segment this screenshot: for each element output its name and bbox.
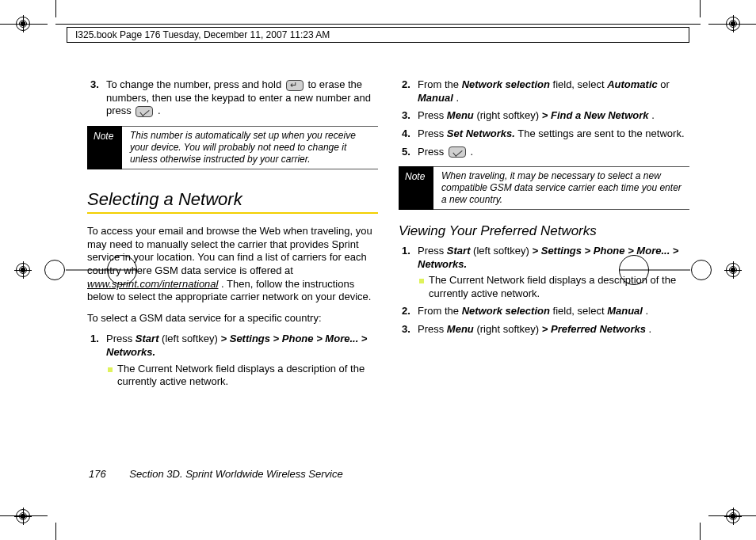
list-item: 3. To change the number, press and hold … <box>87 78 378 118</box>
text-run: (left softkey) <box>473 245 532 257</box>
header-text: I325.book Page 176 Tuesday, December 11,… <box>75 29 330 40</box>
subsection-heading: Viewing Your Preferred Networks <box>399 222 689 240</box>
step-number: 1. <box>90 333 99 346</box>
step-number: 3. <box>402 109 410 123</box>
note-callout: Note This number is automatically set up… <box>87 126 378 169</box>
text-run: . <box>646 305 649 317</box>
text-run: Press <box>106 333 136 344</box>
step-number: 3. <box>402 323 410 337</box>
sub-bullet: The Current Network field displays a des… <box>108 363 378 389</box>
ui-term: Network selection <box>462 78 550 90</box>
crop-line <box>55 523 56 540</box>
text-run: (right softkey) <box>476 109 541 121</box>
text-run: field, select <box>553 78 608 90</box>
ui-path: > Preferred Networks <box>542 323 646 335</box>
text-run: Press <box>418 323 447 335</box>
note-label: Note <box>399 166 433 210</box>
punch-hole-icon <box>44 260 65 280</box>
step-number: 3. <box>90 78 99 92</box>
text-run: To access your email and browse the Web … <box>87 225 372 276</box>
ui-term: Automatic <box>607 78 658 90</box>
registration-mark-icon <box>724 261 742 279</box>
punch-hole-icon <box>691 260 712 280</box>
text-run: From the <box>418 78 462 90</box>
ui-term: Menu <box>447 323 474 335</box>
ui-term: Menu <box>447 109 474 121</box>
sub-bullet: The Current Network field displays a des… <box>419 274 689 300</box>
registration-mark-icon <box>14 261 32 279</box>
step-number: 1. <box>402 245 410 258</box>
text-run: The settings are sent to the network. <box>517 127 684 139</box>
text-run: or <box>660 78 670 90</box>
list-item: 2. From the Network selection field, sel… <box>399 78 689 105</box>
ok-key-icon <box>449 146 466 158</box>
step-number: 2. <box>402 78 410 92</box>
registration-mark-icon <box>14 15 32 32</box>
text-run: . <box>649 323 652 335</box>
note-label: Note <box>87 126 122 169</box>
note-body: When traveling, it may be necessary to s… <box>433 166 689 210</box>
list-item: 1. Press Start (left softkey) > Settings… <box>87 333 378 389</box>
footer-section-title: Section 3D. Sprint Worldwide Wireless Se… <box>129 468 342 480</box>
backspace-key-icon <box>286 80 304 91</box>
text-run: (right softkey) <box>476 323 541 335</box>
text-run: . <box>456 92 459 104</box>
step-text: To change the number, press and hold <box>106 78 284 90</box>
crop-line <box>55 0 56 17</box>
page-number: 176 <box>89 468 106 480</box>
text-run: Press <box>418 127 447 139</box>
text-run: Press <box>418 146 447 158</box>
right-column: 2. From the Network selection field, sel… <box>399 76 689 492</box>
text-run: . <box>470 146 473 158</box>
text-run: . <box>651 109 655 121</box>
left-column: 3. To change the number, press and hold … <box>87 76 378 492</box>
body-paragraph: To access your email and browse the Web … <box>87 225 378 304</box>
list-item: 1. Press Start (left softkey) > Settings… <box>399 245 689 301</box>
ui-term: Manual <box>418 92 453 104</box>
ui-term: Start <box>136 333 159 344</box>
crop-line <box>55 24 701 25</box>
section-heading: Selecting a Network <box>87 188 378 214</box>
note-callout: Note When traveling, it may be necessary… <box>399 166 689 210</box>
ui-term: Set Networks. <box>447 127 515 139</box>
step-number: 4. <box>402 127 410 141</box>
crop-line <box>700 0 701 17</box>
list-item: 2. From the Network selection field, sel… <box>399 305 689 318</box>
text-run: field, select <box>553 305 608 317</box>
page-footer: 176 Section 3D. Sprint Worldwide Wireles… <box>89 468 343 480</box>
list-item: 3. Press Menu (right softkey) > Preferre… <box>399 323 689 337</box>
link-text: www.sprint.com/international <box>87 278 218 290</box>
step-text: . <box>158 105 161 116</box>
ui-term: Start <box>447 245 471 257</box>
ui-term: Network selection <box>462 305 550 317</box>
list-item: 5. Press . <box>399 146 689 159</box>
ui-path: > Find a New Network <box>542 109 649 121</box>
registration-mark-icon <box>14 508 32 525</box>
body-paragraph: To select a GSM data service for a speci… <box>87 312 378 325</box>
step-number: 5. <box>402 146 410 159</box>
page-content: 3. To change the number, press and hold … <box>87 76 689 492</box>
registration-mark-icon <box>724 15 742 32</box>
ok-key-icon <box>136 106 153 117</box>
registration-mark-icon <box>724 508 742 525</box>
text-run: Press <box>418 109 447 121</box>
crop-line <box>700 523 701 540</box>
text-run: From the <box>418 305 462 317</box>
page-header-bar: I325.book Page 176 Tuesday, December 11,… <box>67 27 689 43</box>
ui-term: Manual <box>607 305 643 317</box>
step-number: 2. <box>402 305 410 318</box>
list-item: 4. Press Set Networks. The settings are … <box>399 127 689 141</box>
list-item: 3. Press Menu (right softkey) > Find a N… <box>399 109 689 123</box>
note-body: This number is automatically set up when… <box>122 126 378 169</box>
text-run: Press <box>418 245 447 257</box>
text-run: (left softkey) <box>162 333 220 344</box>
